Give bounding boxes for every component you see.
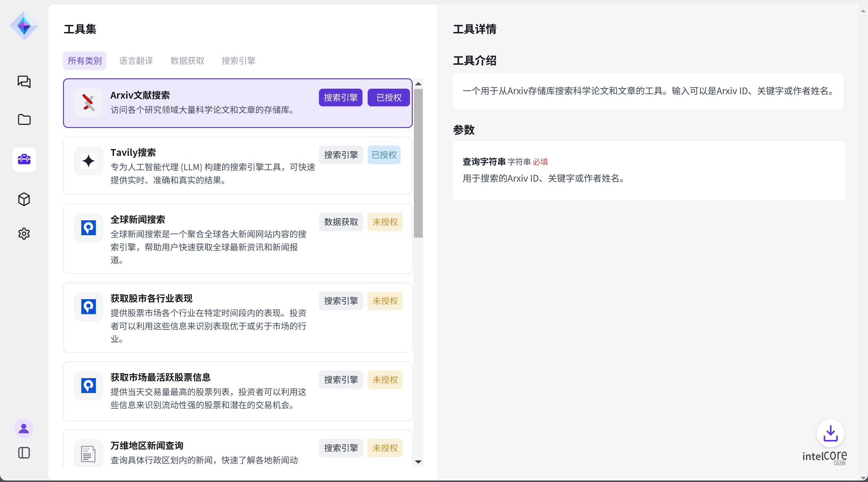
svg-text:NEW: NEW — [83, 450, 88, 452]
svg-text:LOCAL: LOCAL — [83, 448, 90, 450]
